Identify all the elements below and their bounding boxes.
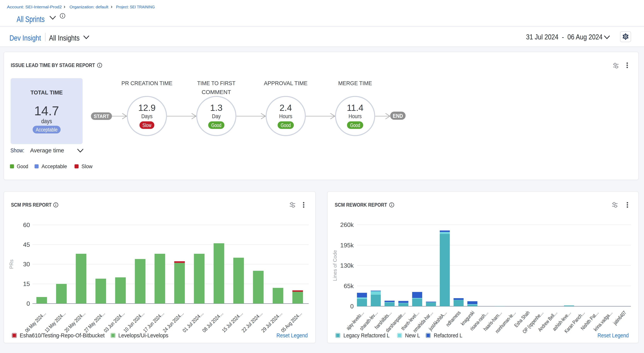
svg-text:START: START — [94, 113, 109, 119]
svg-text:Acceptable: Acceptable — [36, 127, 58, 133]
svg-text:1.3: 1.3 — [210, 103, 222, 113]
svg-text:Esha610/Testing-Repo-Of-Bitbuc: Esha610/Testing-Repo-Of-Bitbucket — [20, 332, 105, 338]
svg-text:01 Jul 2024…: 01 Jul 2024… — [182, 310, 205, 334]
svg-text:31 Jul 2024 - 06 Aug 2024: 31 Jul 2024 - 06 Aug 2024 — [526, 33, 602, 41]
svg-text:195k: 195k — [340, 242, 354, 249]
svg-text:10 Jun 2024…: 10 Jun 2024… — [122, 310, 146, 334]
svg-text:ndharness: ndharness — [445, 310, 462, 328]
svg-text:45: 45 — [23, 241, 30, 248]
svg-text:days: days — [41, 118, 52, 124]
svg-text:Good: Good — [212, 122, 222, 128]
svg-text:All Insights: All Insights — [49, 34, 80, 42]
svg-text:15: 15 — [23, 280, 30, 287]
svg-text:MERGE TIME: MERGE TIME — [338, 80, 372, 86]
svg-text:Refactored L: Refactored L — [434, 332, 462, 338]
svg-text:Days: Days — [141, 113, 152, 119]
svg-text:New L: New L — [405, 332, 420, 338]
svg-text:Hours: Hours — [279, 113, 292, 119]
svg-text:27 May 2024…: 27 May 2024… — [83, 310, 106, 334]
svg-text:11.4: 11.4 — [347, 103, 363, 113]
svg-text:Acceptable: Acceptable — [42, 163, 67, 169]
svg-text:Account: SEI-Internal-Prod2: Account: SEI-Internal-Prod2 — [7, 5, 62, 9]
svg-text:17 Jun 2024…: 17 Jun 2024… — [142, 310, 165, 334]
svg-text:Slow: Slow — [142, 122, 152, 128]
svg-text:22 Jul 2024…: 22 Jul 2024… — [240, 310, 264, 334]
svg-text:Levelops/Ui-Levelops: Levelops/Ui-Levelops — [118, 332, 168, 338]
svg-text:12.9: 12.9 — [138, 103, 156, 113]
svg-text:13 May 2024…: 13 May 2024… — [44, 310, 67, 334]
svg-text:03 Jun 2024…: 03 Jun 2024… — [103, 310, 126, 334]
svg-text:14.7: 14.7 — [34, 104, 59, 118]
svg-text:PRs: PRs — [8, 259, 14, 269]
svg-text:PR CREATION TIME: PR CREATION TIME — [122, 80, 172, 86]
svg-text:Legacy Refactored L: Legacy Refactored L — [344, 332, 390, 338]
svg-text:Average time: Average time — [30, 147, 64, 154]
svg-text:Project: SEI TRAINING: Project: SEI TRAINING — [116, 5, 155, 9]
svg-text:END: END — [393, 113, 403, 119]
svg-text:Organization: default: Organization: default — [70, 5, 108, 9]
svg-text:0: 0 — [350, 303, 354, 310]
svg-text:Show:: Show: — [10, 147, 24, 154]
svg-text:Good: Good — [281, 122, 291, 128]
svg-text:05 Aug 2024…: 05 Aug 2024… — [280, 310, 303, 334]
svg-text:ISSUE LEAD TIME BY STAGE REPOR: ISSUE LEAD TIME BY STAGE REPORT — [11, 62, 95, 68]
svg-text:130k: 130k — [340, 262, 354, 269]
svg-text:Reset Legend: Reset Legend — [276, 332, 308, 338]
svg-text:Lines of Code: Lines of Code — [332, 250, 338, 281]
svg-text:Good: Good — [17, 163, 28, 169]
svg-text:APPROVAL TIME: APPROVAL TIME — [264, 80, 308, 86]
svg-text:Reset Legend: Reset Legend — [598, 332, 629, 338]
svg-text:24 Jun 2024…: 24 Jun 2024… — [162, 310, 185, 334]
svg-text:2.4: 2.4 — [280, 103, 292, 113]
svg-text:08 Jul 2024…: 08 Jul 2024… — [201, 310, 224, 334]
svg-text:0: 0 — [26, 300, 30, 307]
svg-text:Good: Good — [350, 122, 360, 128]
svg-text:›: › — [111, 4, 112, 10]
svg-text:30: 30 — [23, 261, 30, 268]
svg-text:All Sprints: All Sprints — [16, 15, 44, 24]
svg-text:TIME TO FIRST: TIME TO FIRST — [197, 80, 236, 86]
svg-text:Day: Day — [212, 113, 221, 119]
svg-text:TOTAL TIME: TOTAL TIME — [30, 89, 63, 96]
svg-text:60: 60 — [23, 222, 30, 228]
svg-text:65k: 65k — [344, 282, 354, 290]
svg-text:SCM REWORK REPORT: SCM REWORK REPORT — [335, 202, 387, 208]
svg-text:Slow: Slow — [82, 163, 93, 169]
svg-text:›: › — [64, 4, 66, 10]
svg-text:29 Jul 2024…: 29 Jul 2024… — [260, 310, 284, 334]
svg-text:20 May 2024…: 20 May 2024… — [63, 310, 86, 334]
svg-text:Hours: Hours — [349, 113, 362, 119]
svg-text:SCM PRS REPORT: SCM PRS REPORT — [11, 202, 52, 208]
svg-text:260k: 260k — [340, 221, 354, 228]
svg-text:jatin6407: jatin6407 — [612, 310, 628, 326]
svg-text:15 Jul 2024…: 15 Jul 2024… — [221, 310, 244, 334]
svg-text:COMMENT: COMMENT — [202, 89, 231, 95]
svg-text:06 May 2024…: 06 May 2024… — [24, 310, 47, 334]
svg-text:Dev Insight: Dev Insight — [10, 34, 41, 42]
